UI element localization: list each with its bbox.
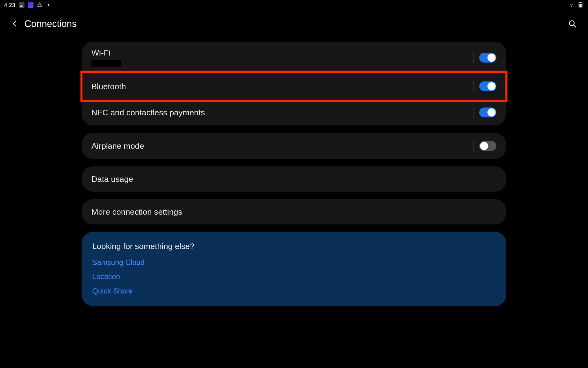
svg-rect-2 <box>579 4 582 7</box>
drive-icon <box>36 2 43 8</box>
suggestion-link-cloud[interactable]: Samsung Cloud <box>92 258 496 267</box>
airplane-label: Airplane mode <box>92 141 471 151</box>
suggestion-link-quickshare[interactable]: Quick Share <box>92 287 496 296</box>
wifi-toggle[interactable] <box>479 52 496 62</box>
svg-rect-1 <box>580 2 581 3</box>
wifi-row[interactable]: Wi-Fi <box>82 42 506 73</box>
bluetooth-label: Bluetooth <box>92 82 471 91</box>
wifi-toggle-divider <box>473 52 473 63</box>
connections-card: Wi-Fi Bluetooth NFC and contactless paym… <box>82 42 506 125</box>
data-usage-row[interactable]: Data usage <box>82 167 506 192</box>
bluetooth-toggle[interactable] <box>479 81 496 91</box>
status-bar: 4:23 <box>0 0 588 10</box>
settings-content: Wi-Fi Bluetooth NFC and contactless paym… <box>82 39 506 306</box>
data-usage-label: Data usage <box>92 174 496 184</box>
app-icon <box>28 2 34 8</box>
search-button[interactable] <box>566 17 579 30</box>
airplane-row[interactable]: Airplane mode <box>82 133 506 159</box>
wifi-label: Wi-Fi <box>92 48 471 58</box>
airplane-card: Airplane mode <box>82 133 506 159</box>
page-header: Connections <box>0 10 588 39</box>
airplane-toggle[interactable] <box>479 141 496 151</box>
data-usage-card: Data usage <box>82 167 506 192</box>
back-button[interactable] <box>9 18 20 29</box>
status-time: 4:23 <box>4 2 15 8</box>
more-notifications-dot <box>48 4 49 6</box>
page-title: Connections <box>24 18 77 29</box>
nfc-row[interactable]: NFC and contactless payments <box>82 99 506 125</box>
nfc-toggle[interactable] <box>479 108 496 117</box>
suggestions-title: Looking for something else? <box>92 242 496 251</box>
more-settings-card: More connection settings <box>82 199 506 224</box>
status-right-icons <box>568 2 584 8</box>
wifi-network-redacted <box>92 60 121 67</box>
more-settings-row[interactable]: More connection settings <box>82 199 506 224</box>
suggestions-card: Looking for something else? Samsung Clou… <box>82 232 506 306</box>
bluetooth-toggle-divider <box>473 81 473 92</box>
nfc-toggle-divider <box>473 107 473 118</box>
nfc-label: NFC and contactless payments <box>92 108 471 117</box>
more-settings-label: More connection settings <box>92 207 496 217</box>
battery-status-icon <box>577 2 584 8</box>
svg-line-4 <box>574 25 576 27</box>
status-left-icons <box>18 2 49 8</box>
suggestion-link-location[interactable]: Location <box>92 273 496 281</box>
airplane-toggle-divider <box>473 140 473 151</box>
bluetooth-row[interactable]: Bluetooth <box>82 73 506 99</box>
wifi-status-icon <box>568 2 575 8</box>
gallery-icon <box>18 2 25 8</box>
